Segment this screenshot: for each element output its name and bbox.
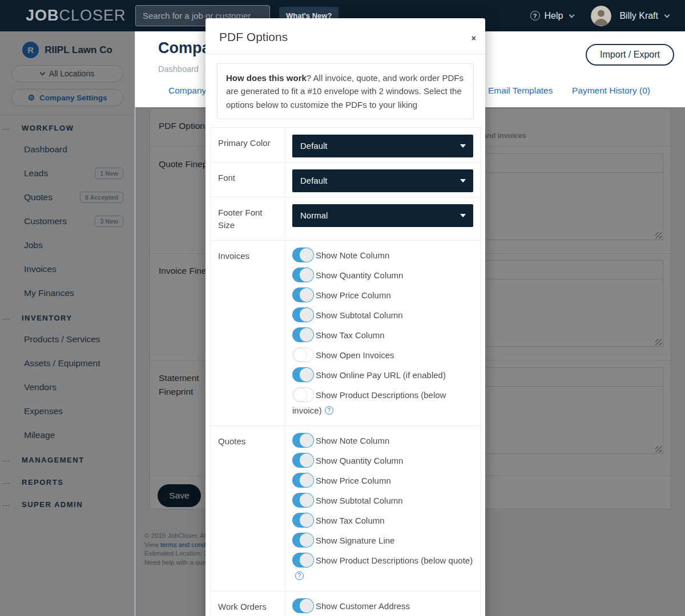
toggle-label: Show Product Descriptions (below quote) <box>316 556 473 565</box>
toggle-label: Show Note Column <box>316 436 389 445</box>
select-value: Normal <box>300 210 328 220</box>
toggle-row-show-quantity-column: Show Quantity Column <box>292 268 473 283</box>
import-export-button[interactable]: Import / Export <box>586 44 674 66</box>
toggle-show-product-descriptions-below-invoice[interactable] <box>292 387 314 402</box>
toggle-row-show-subtotal-column: Show Subtotal Column <box>292 493 473 509</box>
toggle-label: Show Quantity Column <box>316 456 403 465</box>
toggle-show-product-descriptions-below-quote[interactable] <box>292 553 314 568</box>
toggle-knob <box>300 473 313 487</box>
select-value: Default <box>300 176 328 185</box>
toggle-knob <box>300 453 313 467</box>
avatar[interactable] <box>591 6 611 26</box>
toggle-show-customer-address[interactable] <box>292 598 314 613</box>
tab-email-templates[interactable]: Email Templates <box>488 86 553 96</box>
toggle-knob <box>300 493 313 507</box>
option-row-control: Show Customer AddressShow Customer Phone… <box>285 591 480 616</box>
toggle-knob <box>300 328 313 342</box>
toggle-row-show-note-column: Show Note Column <box>292 433 473 449</box>
option-row-font: FontDefault <box>211 162 480 197</box>
toggle-show-tax-column[interactable] <box>292 513 314 528</box>
toggle-label: Show Subtotal Column <box>316 310 403 320</box>
toggle-knob <box>300 553 313 567</box>
toggle-show-tax-column[interactable] <box>292 327 314 342</box>
close-icon[interactable]: × <box>472 34 476 42</box>
pdf-options-modal: PDF Options × How does this work? All in… <box>206 18 485 616</box>
toggle-show-price-column[interactable] <box>292 287 314 302</box>
toggle-show-quantity-column[interactable] <box>292 453 314 468</box>
toggle-show-note-column[interactable] <box>292 433 314 448</box>
option-row-control: Normal <box>285 197 480 240</box>
toggle-label: Show Online Pay URL (if enabled) <box>316 370 446 380</box>
help-icon: ? <box>530 11 540 21</box>
caret-down-icon <box>460 179 466 183</box>
toggle-knob <box>300 513 313 527</box>
option-row-quotes: QuotesShow Note ColumnShow Quantity Colu… <box>211 425 480 591</box>
toggle-label: Show Price Column <box>316 476 391 485</box>
pdf-options-table: Primary ColorDefaultFontDefaultFooter Fo… <box>210 127 481 616</box>
user-menu[interactable]: Billy Kraft <box>619 11 658 21</box>
toggle-show-open-invoices[interactable] <box>292 347 314 362</box>
option-row-work-orders: Work OrdersShow Customer AddressShow Cus… <box>211 591 480 616</box>
toggle-show-subtotal-column[interactable] <box>292 307 314 322</box>
toggle-show-signature-line[interactable] <box>292 533 314 548</box>
option-row-primary-color: Primary ColorDefault <box>211 128 480 162</box>
select-footer-font-size[interactable]: Normal <box>292 204 473 227</box>
toggle-show-note-column[interactable] <box>292 248 314 262</box>
select-primary-color[interactable]: Default <box>292 135 473 157</box>
toggle-show-online-pay-url-if-enabled[interactable] <box>292 367 314 382</box>
option-row-label: Footer Font Size <box>211 197 285 240</box>
toggle-row-show-price-column: Show Price Column <box>292 473 473 489</box>
option-row-label: Invoices <box>211 241 285 425</box>
modal-backdrop[interactable] <box>0 31 135 616</box>
toggle-label: Show Subtotal Column <box>316 496 403 505</box>
toggle-row-show-signature-line: Show Signature Line <box>292 533 473 549</box>
toggle-label: Show Open Invoices <box>316 350 394 360</box>
logo-light: CLOSER <box>59 7 126 24</box>
chevron-down-icon <box>664 12 670 18</box>
toggle-knob <box>300 599 313 613</box>
info-bold: How does this work <box>226 73 307 83</box>
option-row-control: Show Note ColumnShow Quantity ColumnShow… <box>285 426 480 591</box>
toggle-row-show-online-pay-url-if-enabled: Show Online Pay URL (if enabled) <box>292 367 473 383</box>
toggle-knob <box>300 533 313 547</box>
navbar-right: ? Help Billy Kraft <box>530 0 669 31</box>
option-row-label: Primary Color <box>211 128 285 162</box>
app-logo: JOBCLOSER <box>26 7 126 25</box>
select-font[interactable]: Default <box>292 169 473 192</box>
toggle-knob <box>300 288 313 302</box>
toggle-row-show-customer-address: Show Customer Address <box>292 598 473 614</box>
logo-bold: JOB <box>26 7 59 24</box>
toggle-label: Show Note Column <box>316 250 389 260</box>
toggle-row-show-tax-column: Show Tax Column <box>292 513 473 529</box>
modal-body: How does this work? All invoice, quote, … <box>206 63 485 616</box>
chevron-down-icon <box>569 12 575 18</box>
select-value: Default <box>300 141 328 151</box>
option-row-control: Default <box>285 128 480 162</box>
help-icon[interactable]: ? <box>295 572 304 580</box>
toggle-show-subtotal-column[interactable] <box>292 493 314 508</box>
toggle-row-show-quantity-column: Show Quantity Column <box>292 453 473 469</box>
toggle-label: Show Customer Address <box>316 601 410 611</box>
toggle-row-show-price-column: Show Price Column <box>292 287 473 303</box>
toggle-knob <box>293 388 307 402</box>
toggle-label: Show Tax Column <box>316 516 385 525</box>
modal-header: PDF Options × <box>206 18 485 54</box>
sidebar: R RIIPL Lawn Co All Locations ⚙ Company … <box>0 31 135 616</box>
toggle-label: Show Product Descriptions (below invoice… <box>292 390 446 415</box>
toggle-row-show-product-descriptions-below-invoice: Show Product Descriptions (below invoice… <box>292 387 473 417</box>
help-icon[interactable]: ? <box>325 406 333 415</box>
toggle-knob <box>300 268 313 282</box>
toggle-row-show-product-descriptions-below-quote: Show Product Descriptions (below quote)? <box>292 553 473 582</box>
toggle-label: Show Tax Column <box>316 330 385 340</box>
help-menu[interactable]: Help <box>545 11 563 21</box>
toggle-knob <box>300 248 313 262</box>
breadcrumb-home[interactable]: Dashboard <box>158 64 199 74</box>
toggle-label: Show Quantity Column <box>316 270 403 280</box>
toggle-show-price-column[interactable] <box>292 473 314 488</box>
tab-payment-history-0[interactable]: Payment History (0) <box>572 86 650 96</box>
option-row-control: Default <box>285 163 480 197</box>
toggle-show-quantity-column[interactable] <box>292 268 314 282</box>
caret-down-icon <box>460 144 466 148</box>
toggle-label: Show Signature Line <box>316 536 394 545</box>
option-row-control: Show Note ColumnShow Quantity ColumnShow… <box>285 241 480 425</box>
